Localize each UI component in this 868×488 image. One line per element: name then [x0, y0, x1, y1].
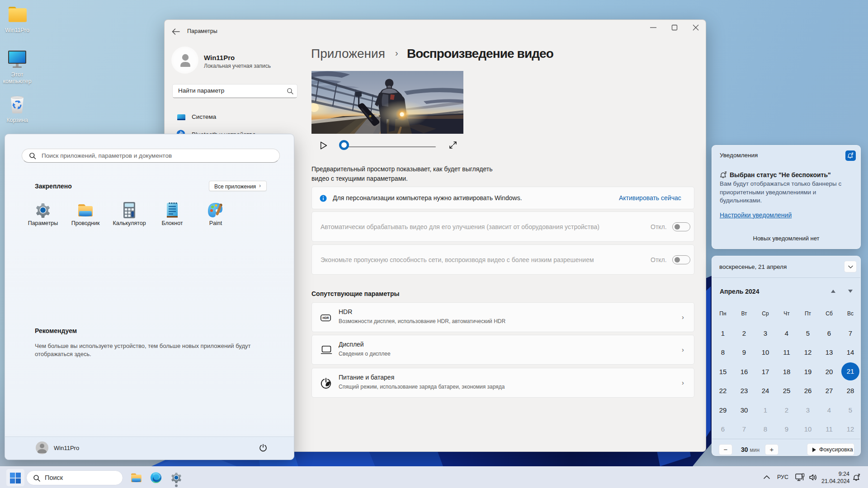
svg-text:HDR: HDR [322, 316, 329, 319]
